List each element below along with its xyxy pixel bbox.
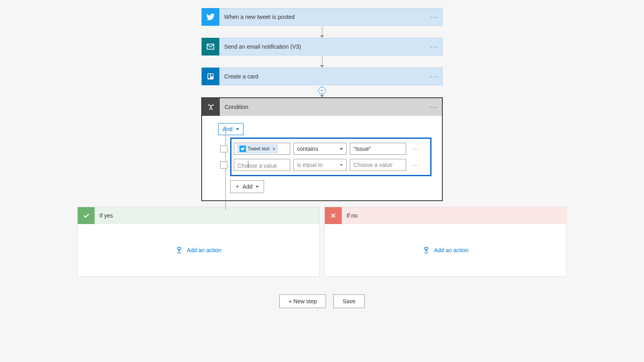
token-remove-button[interactable]: ✕: [271, 146, 276, 152]
add-label: Add: [242, 183, 252, 190]
add-action-button[interactable]: Add an action: [423, 247, 469, 254]
twitter-icon: [239, 146, 246, 152]
mail-icon: [202, 38, 219, 56]
save-button[interactable]: Save: [333, 294, 365, 308]
flow-arrow: [320, 26, 324, 38]
row-checkbox[interactable]: [220, 145, 227, 152]
add-action-label: Add an action: [434, 247, 469, 253]
chevron-down-icon: [256, 186, 259, 188]
lhs-value-field[interactable]: Tweet text ✕: [234, 143, 290, 155]
rhs-value: "Issue": [353, 146, 371, 152]
svg-rect-5: [425, 247, 428, 249]
step-title: When a new tweet is posted: [219, 14, 426, 20]
lhs-placeholder: Choose a value: [237, 161, 277, 169]
step-twitter-trigger[interactable]: When a new tweet is posted ···: [201, 8, 443, 26]
branch-header[interactable]: If yes: [78, 207, 319, 224]
bottom-toolbar: + New step Save: [279, 294, 365, 308]
step-create-card[interactable]: Create a card ···: [201, 68, 443, 85]
svg-rect-2: [208, 74, 210, 78]
plus-icon: +: [235, 183, 239, 190]
operator-dropdown[interactable]: is equal to: [293, 159, 347, 171]
svg-rect-4: [178, 247, 181, 249]
condition-row: Choose a value is equal to Choose a valu…: [237, 159, 425, 171]
add-condition-button[interactable]: + Add: [230, 180, 264, 193]
step-title: Send an email notification (V3): [219, 43, 426, 50]
branch-title: If no: [342, 212, 357, 219]
condition-branches: If yes Add an action If no: [77, 207, 567, 277]
step-send-email[interactable]: Send an email notification (V3) ···: [201, 38, 443, 56]
rhs-value-field[interactable]: "Issue": [350, 143, 406, 155]
group-operator-label: And: [223, 126, 233, 132]
text-cursor: [248, 161, 248, 168]
operator-dropdown[interactable]: contains: [293, 143, 347, 155]
branch-header[interactable]: If no: [325, 207, 566, 224]
chevron-down-icon: [340, 164, 343, 166]
add-action-icon: [175, 247, 183, 254]
condition-title: Condition: [220, 104, 426, 110]
row-menu-button[interactable]: ···: [412, 146, 419, 152]
condition-card: Condition ··· And: [201, 97, 443, 201]
lhs-value-field[interactable]: Choose a value: [234, 159, 290, 171]
row-menu-button[interactable]: ···: [412, 162, 419, 168]
step-title: Create a card: [219, 73, 426, 80]
step-menu-button[interactable]: ···: [426, 43, 442, 51]
step-menu-button[interactable]: ···: [426, 72, 442, 81]
operator-label: contains: [297, 146, 318, 152]
condition-menu-button[interactable]: ···: [426, 103, 442, 111]
if-no-branch: If no Add an action: [324, 207, 567, 277]
branch-title: If yes: [95, 212, 113, 219]
condition-icon: [202, 98, 220, 116]
rhs-placeholder: Choose a value: [353, 162, 392, 168]
chevron-down-icon: [236, 128, 239, 130]
group-operator-dropdown[interactable]: And: [218, 123, 244, 135]
if-yes-branch: If yes Add an action: [77, 207, 320, 277]
trello-icon: [202, 68, 219, 85]
flow-arrow: [320, 56, 324, 68]
rhs-value-field[interactable]: Choose a value: [350, 159, 406, 171]
operator-label: is equal to: [297, 162, 323, 168]
condition-rows-group: Tweet text ✕ contains "Issue" ···: [230, 138, 431, 176]
insert-step-button[interactable]: +: [318, 87, 326, 94]
chevron-down-icon: [340, 148, 343, 150]
flow-arrow: +: [320, 85, 324, 97]
condition-row: Tweet text ✕ contains "Issue" ···: [237, 143, 425, 155]
add-action-icon: [423, 247, 430, 254]
token-label: Tweet text: [248, 146, 270, 152]
add-action-button[interactable]: Add an action: [175, 247, 221, 254]
step-menu-button[interactable]: ···: [426, 13, 442, 21]
add-action-label: Add an action: [187, 247, 221, 253]
svg-rect-3: [211, 74, 213, 76]
dynamic-token-tweet-text: Tweet text ✕: [237, 144, 278, 153]
close-icon: [325, 207, 342, 224]
twitter-icon: [202, 8, 219, 26]
condition-header[interactable]: Condition ···: [202, 98, 442, 116]
new-step-button[interactable]: + New step: [279, 294, 326, 308]
check-icon: [78, 207, 95, 224]
row-checkbox[interactable]: [220, 161, 227, 169]
